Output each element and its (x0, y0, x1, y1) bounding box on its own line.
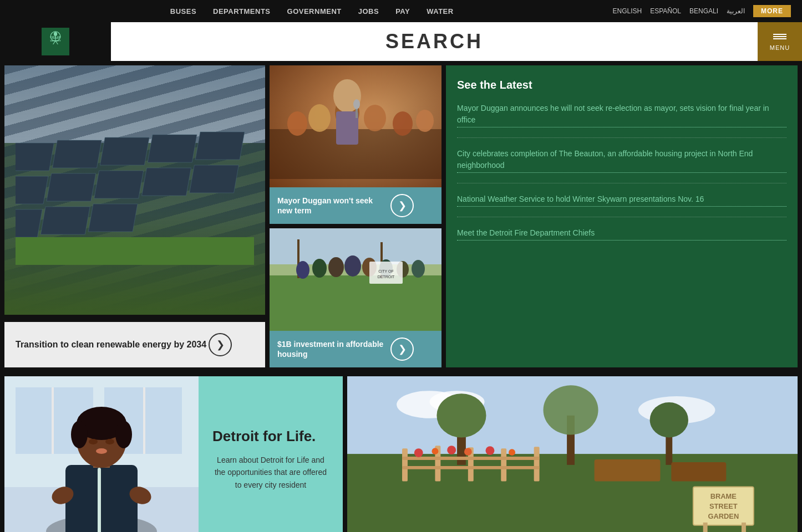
nav-pay[interactable]: PAY (395, 7, 410, 16)
latest-link-4[interactable]: Meet the Detroit Fire Department Chiefs (457, 227, 786, 241)
svg-rect-15 (47, 173, 96, 201)
nav-links: BUSES DEPARTMENTS GOVERNMENT JOBS PAY WA… (11, 7, 612, 16)
svg-point-24 (287, 111, 307, 136)
nav-water[interactable]: WATER (427, 7, 453, 16)
svg-rect-13 (195, 132, 245, 160)
svg-rect-16 (94, 171, 144, 198)
solar-arrow-button[interactable]: ❯ (209, 333, 232, 356)
language-links: ENGLISH ESPAÑOL BENGALI العربية MORE (612, 5, 791, 17)
latest-link-3[interactable]: National Weather Service to hold Winter … (457, 193, 786, 207)
solar-panels-svg (16, 110, 254, 265)
svg-rect-19 (16, 209, 42, 237)
svg-point-100 (509, 449, 515, 456)
svg-point-29 (416, 110, 434, 132)
svg-rect-83 (501, 448, 506, 481)
lang-espanol[interactable]: ESPAÑOL (650, 7, 681, 15)
latest-link-1[interactable]: Mayor Duggan announces he will not seek … (457, 103, 786, 127)
svg-point-25 (308, 104, 331, 132)
svg-point-39 (296, 261, 309, 279)
detroit-life-description: Learn about Detroit for Life and the opp… (212, 454, 329, 491)
person-photo-svg (4, 376, 199, 532)
nav-buses[interactable]: BUSES (170, 7, 196, 16)
svg-point-97 (447, 446, 456, 454)
nav-jobs[interactable]: JOBS (358, 7, 379, 16)
svg-rect-85 (402, 457, 540, 460)
more-button[interactable]: MORE (753, 5, 791, 17)
svg-rect-87 (595, 459, 661, 482)
mayor-caption-text: Mayor Duggan won't seek new term (277, 196, 386, 216)
svg-point-27 (364, 105, 386, 131)
svg-rect-11 (100, 137, 149, 165)
detroit-life-card[interactable]: Detroit for Life. Learn about Detroit fo… (4, 376, 343, 532)
lang-arabic[interactable]: العربية (727, 7, 745, 15)
detroit-life-info-panel: Detroit for Life. Learn about Detroit fo… (199, 376, 343, 532)
hamburger-icon (773, 33, 786, 40)
nav-departments[interactable]: DEPARTMENTS (213, 7, 270, 16)
svg-rect-12 (148, 135, 197, 162)
svg-rect-58 (98, 468, 101, 532)
solar-caption-text: Transition to clean renewable energy by … (16, 340, 206, 350)
menu-label: MENU (770, 44, 790, 51)
svg-rect-94 (742, 523, 746, 532)
arrow-right-icon: ❯ (398, 200, 407, 212)
site-header: CITY OF DETROIT SEARCH MENU (0, 22, 802, 61)
latest-item-4[interactable]: Meet the Detroit Fire Department Chiefs (457, 227, 786, 250)
latest-item-3[interactable]: National Weather Service to hold Winter … (457, 193, 786, 217)
svg-point-98 (464, 448, 472, 456)
svg-rect-86 (402, 466, 540, 469)
svg-point-41 (328, 257, 344, 277)
svg-point-65 (105, 439, 114, 444)
svg-rect-20 (40, 207, 90, 234)
menu-button[interactable]: MENU (758, 22, 802, 61)
investment-card[interactable]: CITY OF DETROIT $1B investment in afford… (270, 228, 441, 367)
detroit-logo-icon: CITY OF DETROIT (42, 28, 69, 55)
svg-text:DETROIT: DETROIT (378, 275, 395, 279)
lang-bengali[interactable]: BENGALI (689, 7, 718, 15)
search-bar[interactable]: SEARCH (111, 22, 758, 61)
svg-point-4 (54, 32, 57, 37)
investment-crowd-svg: CITY OF DETROIT (270, 228, 441, 331)
svg-text:BRAME: BRAME (710, 492, 737, 500)
bottom-section: Detroit for Life. Learn about Detroit fo… (0, 372, 802, 532)
logo-area: CITY OF DETROIT (0, 22, 111, 61)
featured-solar-card[interactable]: Transition to clean renewable energy by … (4, 65, 265, 367)
mayor-arrow-button[interactable]: ❯ (390, 194, 414, 217)
mayor-crowd-svg (270, 65, 441, 187)
svg-rect-10 (52, 140, 101, 168)
city-logo[interactable]: CITY OF DETROIT (33, 25, 78, 58)
investment-caption-text: $1B investment in affordable housing (277, 339, 386, 359)
mayor-card-caption: Mayor Duggan won't seek new term ❯ (270, 187, 441, 224)
latest-link-2[interactable]: City celebrates completion of The Beauto… (457, 148, 786, 173)
svg-point-63 (115, 421, 132, 448)
latest-item-1[interactable]: Mayor Duggan announces he will not seek … (457, 103, 786, 138)
svg-point-79 (650, 402, 688, 437)
lang-english[interactable]: ENGLISH (612, 7, 642, 15)
svg-point-42 (344, 255, 361, 277)
svg-point-46 (412, 260, 425, 278)
svg-text:STREET: STREET (709, 502, 738, 510)
latest-item-2[interactable]: City celebrates completion of The Beauto… (457, 148, 786, 183)
svg-rect-57 (65, 465, 138, 532)
person-photo (4, 376, 199, 532)
svg-point-28 (393, 111, 413, 136)
svg-rect-9 (16, 143, 54, 171)
solar-image (4, 65, 265, 315)
svg-point-77 (544, 385, 598, 434)
solar-card-caption: Transition to clean renewable energy by … (4, 322, 265, 367)
top-navigation: BUSES DEPARTMENTS GOVERNMENT JOBS PAY WA… (0, 0, 802, 22)
detroit-life-title: Detroit for Life. (212, 428, 329, 445)
svg-point-62 (71, 421, 88, 448)
right-cards-column: Mayor Duggan won't seek new term ❯ (270, 65, 441, 367)
svg-rect-88 (671, 462, 726, 482)
svg-point-99 (486, 446, 495, 455)
garden-card[interactable]: BRAME STREET GARDEN (347, 376, 798, 532)
svg-rect-54 (52, 387, 54, 454)
investment-arrow-button[interactable]: ❯ (390, 337, 414, 361)
svg-point-66 (96, 448, 107, 454)
garden-svg: BRAME STREET GARDEN (347, 376, 798, 532)
search-label: SEARCH (385, 30, 483, 53)
svg-rect-84 (534, 447, 540, 481)
mayor-card[interactable]: Mayor Duggan won't seek new term ❯ (270, 65, 441, 224)
main-content: Transition to clean renewable energy by … (0, 61, 802, 372)
nav-government[interactable]: GOVERNMENT (287, 7, 342, 16)
